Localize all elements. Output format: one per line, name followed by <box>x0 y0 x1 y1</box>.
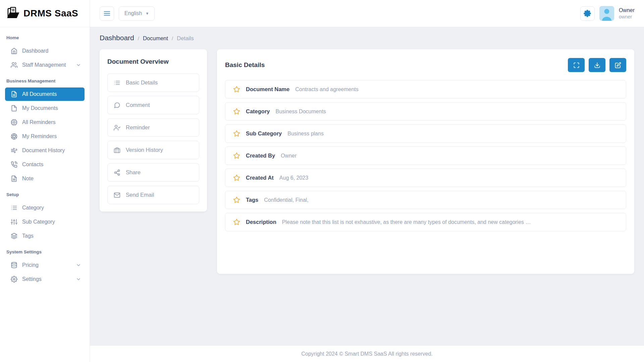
caret-down-icon: ▼ <box>145 11 149 15</box>
nav-section-business-management: Business Management <box>0 72 90 87</box>
star-icon[interactable] <box>233 196 240 203</box>
detail-label: Sub Category <box>246 130 282 137</box>
nav-section-setup: Setup <box>0 186 90 200</box>
sidebar-item-label: Staff Management <box>22 62 66 68</box>
user-role: owner <box>619 14 635 20</box>
detail-row-category: Category Business Documents <box>225 102 626 121</box>
send-email-button[interactable]: Send Email <box>107 186 199 204</box>
sidebar-item-category[interactable]: Category <box>5 201 85 215</box>
edit-icon <box>615 62 621 68</box>
menu-icon <box>103 10 111 17</box>
sliders-icon <box>11 219 17 225</box>
basic-details-card: Basic Details D <box>217 49 634 274</box>
detail-label: Description <box>246 219 276 225</box>
detail-value: Please note that this list is not exhaus… <box>282 219 531 225</box>
nav-section-home: Home <box>0 29 90 44</box>
maximize-button[interactable] <box>568 58 585 72</box>
mail-icon <box>114 192 120 198</box>
user-info[interactable]: Owner owner <box>619 7 635 20</box>
sidebar-item-label: Sub Category <box>22 219 55 225</box>
detail-value: Business plans <box>287 131 324 137</box>
sidebar-item-contacts[interactable]: Contacts <box>5 158 85 171</box>
version-history-button[interactable]: Version History <box>107 141 199 159</box>
detail-label: Created By <box>246 153 275 159</box>
reminder-button[interactable]: Reminder <box>107 118 199 137</box>
app-logo[interactable]: DRMS SaaS <box>0 0 90 27</box>
folder-logo-icon <box>6 6 20 20</box>
button-label: Reminder <box>126 124 150 131</box>
sidebar-item-staff-management[interactable]: Staff Management <box>5 58 85 72</box>
comment-button[interactable]: Comment <box>107 96 199 114</box>
sidebar-toggle-button[interactable] <box>100 6 114 21</box>
star-icon[interactable] <box>233 130 240 137</box>
sidebar-nav: Home Dashboard Staff Management Business… <box>0 27 90 293</box>
edit-button[interactable] <box>609 58 626 72</box>
button-label: Comment <box>126 102 150 108</box>
breadcrumb-details: Details <box>177 35 194 42</box>
chevron-down-icon <box>76 62 81 68</box>
sidebar-item-my-reminders[interactable]: My Reminders <box>5 130 85 143</box>
file-icon <box>11 105 17 112</box>
document-overview-card: Document Overview Basic Details Comment … <box>100 49 207 212</box>
star-icon[interactable] <box>233 152 240 159</box>
sidebar-item-note[interactable]: Note <box>5 172 85 185</box>
file-text-icon <box>11 175 17 182</box>
sidebar-item-settings[interactable]: Settings <box>5 273 85 286</box>
database-icon <box>11 262 17 268</box>
sidebar-item-label: Tags <box>22 233 34 239</box>
file-text-icon <box>11 91 17 98</box>
message-circle-icon <box>114 102 120 109</box>
language-value: English <box>124 10 142 16</box>
sidebar-item-label: My Documents <box>22 105 58 111</box>
breadcrumb-separator: / <box>138 36 139 41</box>
sidebar-item-dashboard[interactable]: Dashboard <box>5 44 85 58</box>
gear-icon <box>11 276 17 283</box>
button-label: Share <box>126 169 141 176</box>
home-icon <box>11 48 17 54</box>
chevron-down-icon <box>76 277 81 282</box>
page-footer: Copyright 2024 © Smart DMS SaaS All righ… <box>90 345 644 362</box>
sidebar-item-pricing[interactable]: Pricing <box>5 258 85 272</box>
wind-icon <box>11 147 17 154</box>
sidebar-item-all-reminders[interactable]: All Reminders <box>5 116 85 129</box>
download-button[interactable] <box>589 58 605 72</box>
sidebar-item-sub-category[interactable]: Sub Category <box>5 215 85 229</box>
star-icon[interactable] <box>233 174 240 181</box>
sidebar-item-document-history[interactable]: Document History <box>5 144 85 157</box>
list-icon <box>114 79 120 86</box>
star-icon[interactable] <box>233 86 240 93</box>
detail-value: Business Documents <box>276 109 326 115</box>
detail-label: Created At <box>246 175 274 181</box>
sidebar-item-label: Dashboard <box>22 48 48 54</box>
maximize-icon <box>573 62 580 68</box>
button-label: Basic Details <box>126 79 158 86</box>
detail-row-created-at: Created At Aug 6, 2023 <box>225 169 626 187</box>
page-content: Dashboard / Document / Details Document … <box>90 27 644 345</box>
list-icon <box>11 204 17 211</box>
sidebar-item-all-documents[interactable]: All Documents <box>5 87 85 101</box>
sidebar-item-tags[interactable]: Tags <box>5 229 85 243</box>
user-check-icon <box>114 124 120 131</box>
breadcrumb-dashboard[interactable]: Dashboard <box>100 34 134 42</box>
details-card-title: Basic Details <box>225 61 265 69</box>
share-icon <box>114 169 120 176</box>
sidebar-item-my-documents[interactable]: My Documents <box>5 102 85 115</box>
user-avatar[interactable] <box>599 6 614 21</box>
star-icon[interactable] <box>233 219 240 226</box>
detail-value: Contracts and agreements <box>295 86 359 93</box>
share-button[interactable]: Share <box>107 163 199 182</box>
briefcase-icon <box>114 147 120 154</box>
breadcrumb: Dashboard / Document / Details <box>100 34 634 42</box>
app-name: DRMS SaaS <box>23 8 78 19</box>
button-label: Version History <box>126 147 163 153</box>
sidebar-item-label: Settings <box>22 276 42 282</box>
detail-label: Document Name <box>246 86 289 93</box>
basic-details-button[interactable]: Basic Details <box>107 73 199 92</box>
star-icon[interactable] <box>233 108 240 115</box>
breadcrumb-separator: / <box>172 36 173 41</box>
language-select[interactable]: English ▼ <box>119 6 155 21</box>
settings-button[interactable] <box>580 6 595 21</box>
breadcrumb-document[interactable]: Document <box>143 35 168 42</box>
sidebar-item-label: All Reminders <box>22 119 56 125</box>
detail-value: Owner <box>281 153 297 159</box>
